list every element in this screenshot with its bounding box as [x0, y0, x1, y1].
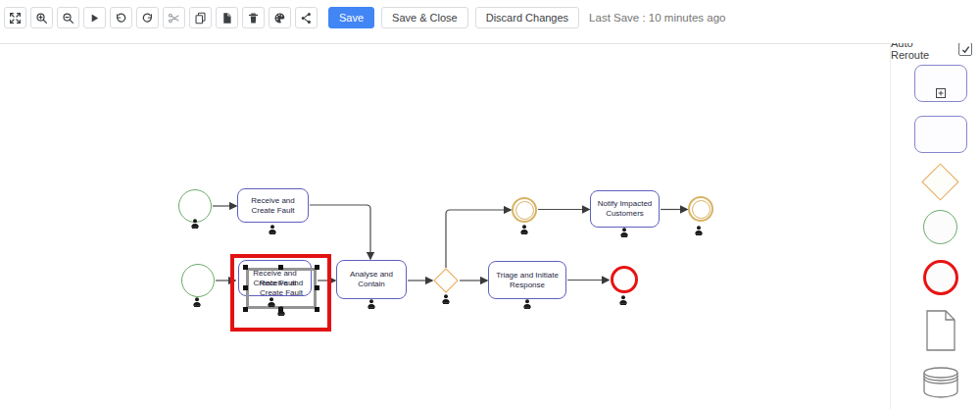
cut-icon	[168, 12, 180, 25]
intermediate-event-2[interactable]	[688, 196, 713, 222]
copy-button[interactable]	[189, 7, 212, 28]
person-icon	[189, 219, 201, 229]
copy-icon	[194, 12, 207, 25]
expand-icon	[9, 12, 22, 25]
check-icon	[961, 45, 970, 54]
person-icon	[518, 225, 530, 234]
gateway[interactable]	[433, 268, 458, 292]
sequence-flows	[0, 44, 890, 409]
diagram-canvas[interactable]: Receive and Create Fault Notify Impacted…	[0, 43, 890, 409]
task-receive-create-fault-selected[interactable]: Receive and Create Fault	[246, 268, 317, 309]
task-analyse-contain[interactable]: Analyse and Contain	[336, 260, 407, 299]
shape-palette: Auto Reroute	[890, 35, 980, 409]
palette-shape-task[interactable]	[914, 116, 967, 153]
last-save-status: Last Save : 10 minutes ago	[589, 7, 725, 28]
task-label: Receive and Create Fault	[251, 196, 294, 215]
person-icon	[521, 299, 533, 309]
end-event[interactable]	[611, 266, 638, 293]
intermediate-event-1[interactable]	[512, 197, 537, 223]
palette-shape-datastore[interactable]	[923, 367, 958, 398]
zoom-in-icon	[35, 12, 48, 25]
resize-handle-nw[interactable]	[243, 265, 248, 270]
redo-button[interactable]	[136, 7, 159, 28]
paste-button[interactable]	[216, 7, 238, 28]
paste-icon	[220, 12, 233, 25]
flow-task1-to-analyse[interactable]	[310, 205, 370, 259]
start-event-1[interactable]	[178, 189, 212, 223]
resize-handle-se[interactable]	[315, 307, 319, 312]
task-notify-impacted-customers[interactable]: Notify Impacted Customers	[590, 190, 660, 228]
resize-handle-sw[interactable]	[243, 307, 248, 312]
delete-button[interactable]	[242, 7, 265, 28]
save-button[interactable]: Save	[328, 7, 374, 28]
palette-button[interactable]	[269, 7, 291, 28]
resize-handle-e[interactable]	[315, 285, 319, 290]
person-icon	[275, 306, 287, 316]
plus-square-icon	[936, 88, 946, 98]
flow-gateway-to-intermediate1[interactable]	[446, 210, 511, 268]
palette-shape-end-event[interactable]	[923, 260, 958, 295]
task-receive-create-fault-1[interactable]: Receive and Create Fault	[237, 188, 309, 223]
person-icon	[617, 295, 629, 305]
zoom-in-button[interactable]	[30, 7, 53, 28]
share-button[interactable]	[295, 7, 318, 28]
zoom-out-button[interactable]	[57, 7, 79, 28]
undo-icon	[115, 12, 127, 25]
redo-icon	[141, 12, 154, 25]
person-icon	[693, 226, 705, 235]
task-label: Analyse and Contain	[350, 270, 393, 288]
expand-button[interactable]	[4, 7, 26, 28]
person-icon	[366, 299, 377, 309]
start-event-2[interactable]	[181, 264, 215, 297]
play-icon	[88, 12, 101, 25]
person-icon	[618, 228, 630, 237]
play-button[interactable]	[83, 7, 106, 28]
delete-icon	[247, 12, 260, 25]
resize-handle-ne[interactable]	[315, 265, 319, 270]
discard-changes-button[interactable]: Discard Changes	[475, 7, 579, 28]
task-triage-initiate-response[interactable]: Triage and Initiate Response	[488, 261, 566, 299]
resize-handle-n[interactable]	[278, 265, 283, 270]
palette-shape-document[interactable]	[926, 310, 956, 351]
resize-handle-w[interactable]	[243, 285, 248, 290]
palette-shape-gateway[interactable]	[921, 163, 958, 200]
palette-shape-subprocess[interactable]	[914, 65, 967, 102]
task-label: Notify Impacted Customers	[598, 199, 653, 218]
person-icon	[440, 294, 452, 304]
task-label: Triage and Initiate Response	[496, 271, 559, 289]
undo-button[interactable]	[110, 7, 132, 28]
save-close-button[interactable]: Save & Close	[381, 7, 468, 28]
intermediate-event-inner-ring	[515, 201, 534, 220]
zoom-out-icon	[62, 12, 74, 25]
share-icon	[300, 12, 313, 25]
person-icon	[267, 225, 278, 234]
task-label: Receive and Create Fault	[260, 279, 303, 297]
palette-icon	[273, 12, 286, 25]
palette-shape-start-event[interactable]	[923, 210, 957, 244]
person-icon	[191, 297, 203, 307]
cut-button[interactable]	[163, 7, 185, 28]
toolbar: Save Save & Close Discard Changes Last S…	[0, 0, 980, 43]
intermediate-event-inner-ring	[692, 200, 710, 219]
auto-reroute-checkbox[interactable]	[958, 42, 972, 56]
